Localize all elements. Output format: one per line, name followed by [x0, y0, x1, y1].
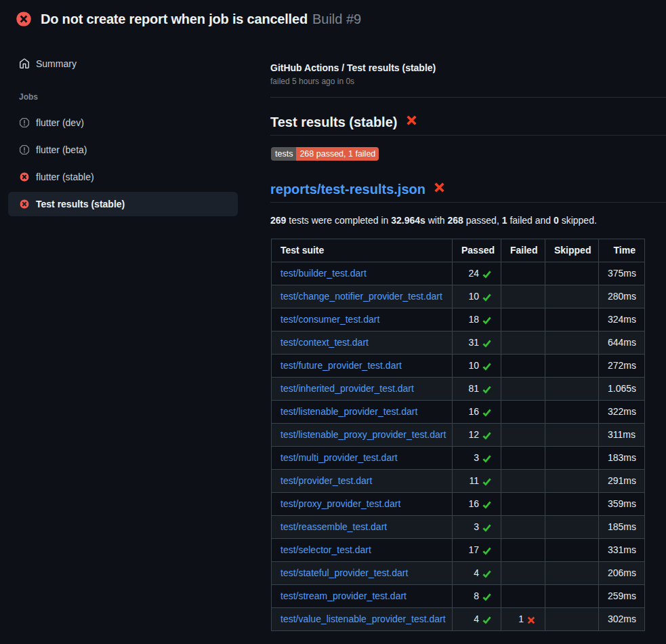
passed-count: 3	[474, 451, 479, 465]
failed-cell	[501, 308, 545, 331]
summary-segment: tests were completed in	[286, 215, 391, 226]
passed-cell: 4	[453, 608, 501, 631]
check-run-panel: GitHub Actions / Test results (stable) f…	[270, 38, 666, 631]
run-header: Do not create report when job is cancell…	[0, 0, 666, 38]
failed-cell	[501, 539, 545, 562]
time-value: 322ms	[608, 406, 636, 417]
sidebar-item-summary[interactable]: Summary	[8, 52, 238, 76]
time-cell: 185ms	[599, 516, 645, 539]
tests-badge: tests 268 passed, 1 failed	[271, 147, 379, 161]
failed-cell	[501, 378, 545, 401]
suite-link[interactable]: test/multi_provider_test.dart	[280, 452, 398, 463]
suite-cell: test/listenable_proxy_provider_test.dart	[272, 424, 453, 447]
passed-count: 12	[468, 428, 479, 442]
time-cell: 302ms	[599, 608, 645, 631]
sidebar-job-item[interactable]: Test results (stable)	[8, 192, 238, 216]
passed-cell: 31	[453, 331, 501, 355]
passed-cell: 16	[453, 401, 501, 424]
summary-segment: 0	[554, 215, 559, 226]
summary-segment: 32.964s	[391, 215, 425, 226]
skipped-cell	[545, 262, 599, 285]
suite-cell: test/context_test.dart	[272, 331, 453, 355]
table-row: test/consumer_test.dart18324ms	[272, 308, 645, 331]
suite-link[interactable]: test/inherited_provider_test.dart	[280, 383, 414, 394]
failed-cell	[501, 470, 545, 493]
suite-link[interactable]: test/change_notifier_provider_test.dart	[280, 291, 442, 302]
passed-count: 81	[468, 382, 479, 396]
skipped-cell	[545, 447, 599, 470]
table-row: test/listenable_proxy_provider_test.dart…	[272, 424, 645, 447]
time-cell: 183ms	[599, 447, 645, 470]
suite-link[interactable]: test/listenable_proxy_provider_test.dart	[280, 429, 446, 440]
sidebar-job-item[interactable]: flutter (stable)	[8, 165, 238, 189]
passed-count: 4	[474, 612, 479, 626]
passed-cell: 12	[453, 424, 501, 447]
time-cell: 206ms	[599, 562, 645, 585]
summary-segment: 269	[270, 215, 286, 226]
suite-link[interactable]: test/reassemble_test.dart	[280, 521, 387, 532]
suite-link[interactable]: test/stream_provider_test.dart	[280, 590, 407, 601]
job-label: Test results (stable)	[36, 199, 125, 209]
passed-count: 10	[468, 289, 479, 304]
passed-cell: 8	[453, 585, 501, 608]
failed-cell	[501, 331, 545, 355]
time-value: 375ms	[608, 268, 636, 279]
section-title: Test results (stable)	[270, 114, 666, 136]
sidebar-job-item[interactable]: flutter (dev)	[8, 110, 238, 135]
time-cell: 644ms	[599, 331, 645, 355]
table-row: test/inherited_provider_test.dart811.065…	[272, 378, 645, 401]
table-row: test/context_test.dart31644ms	[272, 331, 645, 355]
section-title-text: Test results (stable)	[270, 114, 397, 131]
suite-link[interactable]: test/context_test.dart	[280, 337, 369, 348]
passed-cell: 16	[453, 493, 501, 516]
suite-link[interactable]: test/value_listenable_provider_test.dart	[280, 613, 446, 624]
failed-cell	[501, 262, 545, 285]
time-cell: 375ms	[599, 262, 645, 285]
suite-link[interactable]: test/provider_test.dart	[280, 475, 372, 486]
passed-cell: 24	[453, 262, 501, 285]
passed-count: 16	[468, 405, 479, 419]
check-mark-icon	[482, 523, 492, 533]
suite-link[interactable]: test/selector_test.dart	[280, 544, 371, 555]
suite-link[interactable]: test/future_provider_test.dart	[280, 360, 402, 371]
column-header: Time	[599, 239, 645, 262]
summary-segment: skipped.	[559, 215, 597, 226]
time-cell: 331ms	[599, 539, 645, 562]
table-row: test/value_listenable_provider_test.dart…	[272, 608, 645, 631]
suite-link[interactable]: test/listenable_provider_test.dart	[280, 406, 417, 417]
suite-link[interactable]: test/proxy_provider_test.dart	[280, 498, 400, 509]
passed-count: 8	[474, 589, 479, 603]
suite-link[interactable]: test/consumer_test.dart	[280, 314, 379, 325]
summary-segment: failed and	[507, 215, 554, 226]
time-value: 359ms	[608, 498, 636, 509]
suite-link[interactable]: test/builder_test.dart	[280, 268, 367, 279]
check-mark-icon	[482, 338, 492, 348]
time-cell: 280ms	[599, 285, 645, 308]
breadcrumb: GitHub Actions / Test results (stable)	[270, 62, 666, 73]
time-value: 311ms	[608, 429, 636, 440]
suite-link[interactable]: test/stateful_provider_test.dart	[280, 567, 408, 578]
check-mark-icon	[482, 500, 492, 510]
check-mark-icon	[482, 361, 492, 371]
suite-cell: test/listenable_provider_test.dart	[272, 401, 453, 424]
failed-cell	[501, 355, 545, 378]
failed-cell	[501, 285, 545, 308]
table-row: test/stateful_provider_test.dart4206ms	[272, 562, 645, 585]
sidebar-job-item[interactable]: flutter (beta)	[8, 138, 238, 162]
summary-segment: 1	[502, 215, 507, 226]
check-mark-icon	[482, 315, 492, 325]
results-table: Test suitePassedFailedSkippedTime test/b…	[271, 239, 645, 631]
report-failed-cross-icon	[433, 181, 446, 198]
check-mark-icon	[482, 454, 492, 464]
failed-cell	[501, 585, 545, 608]
check-mark-icon	[482, 269, 492, 279]
table-row: test/selector_test.dart17331ms	[272, 539, 645, 562]
check-mark-icon	[482, 546, 492, 556]
table-row: test/listenable_provider_test.dart16322m…	[272, 401, 645, 424]
job-label: flutter (dev)	[36, 117, 84, 128]
skipped-cell	[545, 355, 599, 378]
report-file-link[interactable]: reports/test-results.json	[270, 181, 425, 198]
suite-cell: test/consumer_test.dart	[272, 308, 453, 331]
summary-segment: 268	[448, 215, 463, 226]
failed-cell	[501, 562, 545, 585]
